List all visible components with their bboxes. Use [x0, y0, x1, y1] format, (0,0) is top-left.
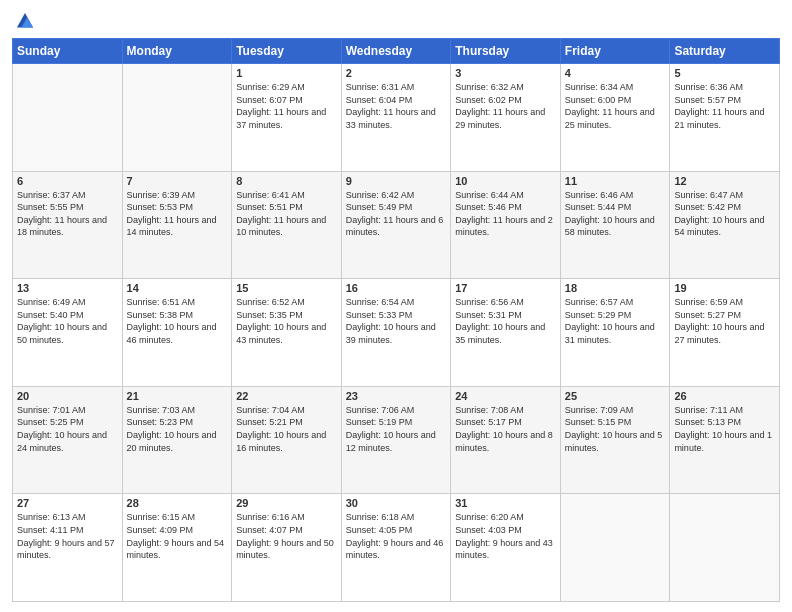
logo-icon — [14, 10, 36, 32]
day-info: Sunrise: 6:57 AM Sunset: 5:29 PM Dayligh… — [565, 296, 666, 346]
day-number: 9 — [346, 175, 447, 187]
calendar-cell: 13Sunrise: 6:49 AM Sunset: 5:40 PM Dayli… — [13, 279, 123, 387]
calendar-cell: 29Sunrise: 6:16 AM Sunset: 4:07 PM Dayli… — [232, 494, 342, 602]
day-info: Sunrise: 7:03 AM Sunset: 5:23 PM Dayligh… — [127, 404, 228, 454]
day-info: Sunrise: 6:42 AM Sunset: 5:49 PM Dayligh… — [346, 189, 447, 239]
day-number: 8 — [236, 175, 337, 187]
calendar-cell: 2Sunrise: 6:31 AM Sunset: 6:04 PM Daylig… — [341, 64, 451, 172]
day-number: 29 — [236, 497, 337, 509]
calendar-cell — [560, 494, 670, 602]
day-number: 3 — [455, 67, 556, 79]
day-info: Sunrise: 6:51 AM Sunset: 5:38 PM Dayligh… — [127, 296, 228, 346]
day-number: 24 — [455, 390, 556, 402]
day-number: 16 — [346, 282, 447, 294]
day-info: Sunrise: 6:36 AM Sunset: 5:57 PM Dayligh… — [674, 81, 775, 131]
day-info: Sunrise: 6:32 AM Sunset: 6:02 PM Dayligh… — [455, 81, 556, 131]
day-number: 4 — [565, 67, 666, 79]
calendar-cell: 3Sunrise: 6:32 AM Sunset: 6:02 PM Daylig… — [451, 64, 561, 172]
day-number: 21 — [127, 390, 228, 402]
calendar-cell: 31Sunrise: 6:20 AM Sunset: 4:03 PM Dayli… — [451, 494, 561, 602]
calendar-cell — [122, 64, 232, 172]
calendar-cell: 15Sunrise: 6:52 AM Sunset: 5:35 PM Dayli… — [232, 279, 342, 387]
calendar-cell: 9Sunrise: 6:42 AM Sunset: 5:49 PM Daylig… — [341, 171, 451, 279]
day-info: Sunrise: 6:54 AM Sunset: 5:33 PM Dayligh… — [346, 296, 447, 346]
calendar-cell: 26Sunrise: 7:11 AM Sunset: 5:13 PM Dayli… — [670, 386, 780, 494]
day-info: Sunrise: 6:16 AM Sunset: 4:07 PM Dayligh… — [236, 511, 337, 561]
day-info: Sunrise: 6:18 AM Sunset: 4:05 PM Dayligh… — [346, 511, 447, 561]
day-info: Sunrise: 7:06 AM Sunset: 5:19 PM Dayligh… — [346, 404, 447, 454]
weekday-header-sunday: Sunday — [13, 39, 123, 64]
day-info: Sunrise: 6:37 AM Sunset: 5:55 PM Dayligh… — [17, 189, 118, 239]
day-number: 23 — [346, 390, 447, 402]
calendar-cell: 10Sunrise: 6:44 AM Sunset: 5:46 PM Dayli… — [451, 171, 561, 279]
calendar-cell: 21Sunrise: 7:03 AM Sunset: 5:23 PM Dayli… — [122, 386, 232, 494]
day-number: 22 — [236, 390, 337, 402]
calendar-cell: 20Sunrise: 7:01 AM Sunset: 5:25 PM Dayli… — [13, 386, 123, 494]
day-number: 7 — [127, 175, 228, 187]
day-info: Sunrise: 6:20 AM Sunset: 4:03 PM Dayligh… — [455, 511, 556, 561]
header — [12, 10, 780, 32]
day-info: Sunrise: 7:04 AM Sunset: 5:21 PM Dayligh… — [236, 404, 337, 454]
day-number: 17 — [455, 282, 556, 294]
calendar-cell: 25Sunrise: 7:09 AM Sunset: 5:15 PM Dayli… — [560, 386, 670, 494]
calendar-cell: 1Sunrise: 6:29 AM Sunset: 6:07 PM Daylig… — [232, 64, 342, 172]
day-info: Sunrise: 6:49 AM Sunset: 5:40 PM Dayligh… — [17, 296, 118, 346]
day-info: Sunrise: 6:34 AM Sunset: 6:00 PM Dayligh… — [565, 81, 666, 131]
day-number: 6 — [17, 175, 118, 187]
calendar-cell: 18Sunrise: 6:57 AM Sunset: 5:29 PM Dayli… — [560, 279, 670, 387]
weekday-header-wednesday: Wednesday — [341, 39, 451, 64]
weekday-header-thursday: Thursday — [451, 39, 561, 64]
calendar-cell: 28Sunrise: 6:15 AM Sunset: 4:09 PM Dayli… — [122, 494, 232, 602]
calendar-cell: 30Sunrise: 6:18 AM Sunset: 4:05 PM Dayli… — [341, 494, 451, 602]
day-info: Sunrise: 6:15 AM Sunset: 4:09 PM Dayligh… — [127, 511, 228, 561]
day-info: Sunrise: 7:11 AM Sunset: 5:13 PM Dayligh… — [674, 404, 775, 454]
day-number: 19 — [674, 282, 775, 294]
calendar-cell: 11Sunrise: 6:46 AM Sunset: 5:44 PM Dayli… — [560, 171, 670, 279]
weekday-header-monday: Monday — [122, 39, 232, 64]
day-info: Sunrise: 6:52 AM Sunset: 5:35 PM Dayligh… — [236, 296, 337, 346]
calendar-cell: 17Sunrise: 6:56 AM Sunset: 5:31 PM Dayli… — [451, 279, 561, 387]
day-number: 15 — [236, 282, 337, 294]
calendar-cell: 5Sunrise: 6:36 AM Sunset: 5:57 PM Daylig… — [670, 64, 780, 172]
calendar-cell: 24Sunrise: 7:08 AM Sunset: 5:17 PM Dayli… — [451, 386, 561, 494]
calendar-cell: 6Sunrise: 6:37 AM Sunset: 5:55 PM Daylig… — [13, 171, 123, 279]
day-number: 13 — [17, 282, 118, 294]
day-number: 31 — [455, 497, 556, 509]
weekday-header-friday: Friday — [560, 39, 670, 64]
page: SundayMondayTuesdayWednesdayThursdayFrid… — [0, 0, 792, 612]
day-number: 27 — [17, 497, 118, 509]
day-number: 30 — [346, 497, 447, 509]
calendar-table: SundayMondayTuesdayWednesdayThursdayFrid… — [12, 38, 780, 602]
day-info: Sunrise: 6:29 AM Sunset: 6:07 PM Dayligh… — [236, 81, 337, 131]
weekday-header-tuesday: Tuesday — [232, 39, 342, 64]
day-info: Sunrise: 6:46 AM Sunset: 5:44 PM Dayligh… — [565, 189, 666, 239]
calendar-cell: 4Sunrise: 6:34 AM Sunset: 6:00 PM Daylig… — [560, 64, 670, 172]
day-info: Sunrise: 6:59 AM Sunset: 5:27 PM Dayligh… — [674, 296, 775, 346]
day-number: 5 — [674, 67, 775, 79]
calendar-cell: 19Sunrise: 6:59 AM Sunset: 5:27 PM Dayli… — [670, 279, 780, 387]
day-info: Sunrise: 6:39 AM Sunset: 5:53 PM Dayligh… — [127, 189, 228, 239]
day-number: 12 — [674, 175, 775, 187]
day-info: Sunrise: 7:01 AM Sunset: 5:25 PM Dayligh… — [17, 404, 118, 454]
day-info: Sunrise: 6:47 AM Sunset: 5:42 PM Dayligh… — [674, 189, 775, 239]
day-number: 14 — [127, 282, 228, 294]
calendar-cell: 7Sunrise: 6:39 AM Sunset: 5:53 PM Daylig… — [122, 171, 232, 279]
weekday-header-saturday: Saturday — [670, 39, 780, 64]
day-number: 26 — [674, 390, 775, 402]
calendar-cell: 22Sunrise: 7:04 AM Sunset: 5:21 PM Dayli… — [232, 386, 342, 494]
day-info: Sunrise: 6:31 AM Sunset: 6:04 PM Dayligh… — [346, 81, 447, 131]
day-number: 20 — [17, 390, 118, 402]
calendar-cell — [13, 64, 123, 172]
logo — [12, 10, 36, 32]
calendar-cell — [670, 494, 780, 602]
day-info: Sunrise: 6:56 AM Sunset: 5:31 PM Dayligh… — [455, 296, 556, 346]
calendar-cell: 23Sunrise: 7:06 AM Sunset: 5:19 PM Dayli… — [341, 386, 451, 494]
calendar-cell: 14Sunrise: 6:51 AM Sunset: 5:38 PM Dayli… — [122, 279, 232, 387]
day-number: 10 — [455, 175, 556, 187]
day-info: Sunrise: 7:08 AM Sunset: 5:17 PM Dayligh… — [455, 404, 556, 454]
calendar-cell: 16Sunrise: 6:54 AM Sunset: 5:33 PM Dayli… — [341, 279, 451, 387]
day-number: 18 — [565, 282, 666, 294]
day-info: Sunrise: 6:44 AM Sunset: 5:46 PM Dayligh… — [455, 189, 556, 239]
day-info: Sunrise: 6:41 AM Sunset: 5:51 PM Dayligh… — [236, 189, 337, 239]
day-number: 1 — [236, 67, 337, 79]
